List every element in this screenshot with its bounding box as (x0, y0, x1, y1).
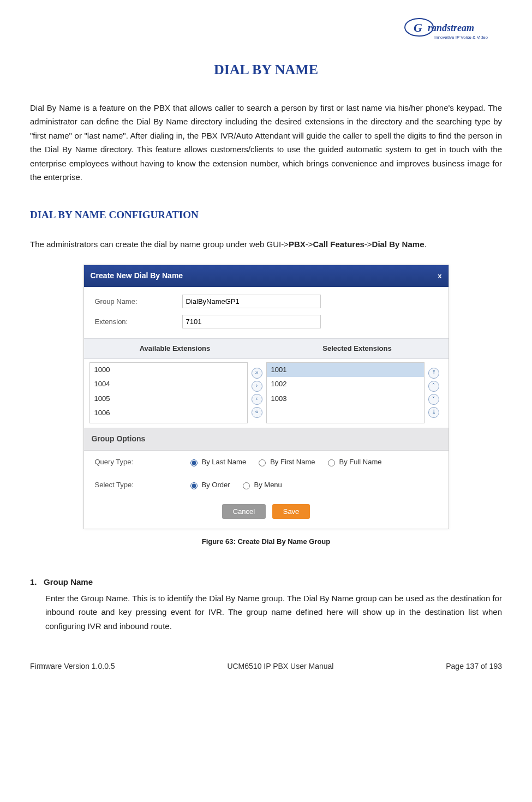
group-options-header: Group Options (84, 428, 449, 451)
available-extensions-list[interactable]: 1000 1004 1005 1006 (89, 362, 248, 423)
selected-ext-header: Selected Extensions (266, 339, 449, 358)
close-icon[interactable]: x (438, 270, 441, 282)
dialog-title-bar: Create New Dial By Name x (84, 265, 449, 287)
svg-text:Innovative IP Voice & Video: Innovative IP Voice & Video (434, 35, 488, 40)
footer-manual-title: UCM6510 IP PBX User Manual (227, 660, 333, 673)
svg-text:randstream: randstream (428, 22, 474, 33)
list-item[interactable]: 1004 (90, 377, 247, 391)
dialog-create-dial-by-name: Create New Dial By Name x Group Name: Ex… (83, 265, 449, 529)
list-item[interactable]: 1006 (90, 406, 247, 420)
page-footer: Firmware Version 1.0.0.5 UCM6510 IP PBX … (30, 660, 502, 673)
brand-logo: G randstream Innovative IP Voice & Video (30, 16, 502, 47)
intro-paragraph: Dial By Name is a feature on the PBX tha… (30, 101, 502, 184)
move-left-icon[interactable]: ‹ (252, 394, 262, 405)
order-buttons-right: ⤒ ˄ ˅ ⤓ (425, 362, 443, 418)
list-item[interactable]: 1001 (267, 363, 424, 377)
cancel-button[interactable]: Cancel (222, 504, 266, 519)
svg-text:G: G (414, 21, 422, 34)
step-title: Group Name (44, 577, 93, 586)
figure-caption: Figure 63: Create Dial By Name Group (30, 536, 502, 548)
extension-input[interactable] (182, 315, 321, 328)
page-title: DIAL BY NAME (30, 58, 502, 82)
selected-extensions-list[interactable]: 1001 1002 1003 (266, 362, 425, 423)
move-top-icon[interactable]: ⤒ (428, 368, 439, 379)
available-ext-header: Available Extensions (84, 339, 266, 358)
group-name-label: Group Name: (95, 296, 182, 308)
radio-by-first-name[interactable]: By First Name (256, 456, 315, 468)
move-right-icon[interactable]: › (252, 381, 262, 392)
config-path-text: The administrators can create the dial b… (30, 237, 502, 252)
move-up-icon[interactable]: ˄ (428, 381, 439, 392)
dialog-title-text: Create New Dial By Name (91, 270, 183, 283)
step-1: 1. Group Name Enter the Group Name. This… (30, 575, 502, 633)
radio-by-full-name[interactable]: By Full Name (325, 456, 382, 468)
footer-version: Firmware Version 1.0.0.5 (30, 660, 115, 673)
radio-by-last-name[interactable]: By Last Name (188, 456, 247, 468)
select-type-label: Select Type: (95, 479, 188, 491)
transfer-buttons-left: » › ‹ « (248, 362, 266, 418)
figure-dialog: Create New Dial By Name x Group Name: Ex… (30, 265, 502, 529)
list-item[interactable]: 1000 (90, 363, 247, 377)
group-name-input[interactable] (182, 295, 321, 308)
step-body: Enter the Group Name. This is to identif… (45, 591, 502, 633)
radio-by-order[interactable]: By Order (188, 479, 230, 491)
query-type-label: Query Type: (95, 456, 188, 468)
list-item[interactable]: 1005 (90, 392, 247, 406)
list-item[interactable]: 1003 (267, 392, 424, 406)
section-title-config: DIAL BY NAME CONFIGURATION (30, 206, 502, 224)
move-bottom-icon[interactable]: ⤓ (428, 407, 439, 418)
step-number: 1. (30, 577, 37, 586)
move-all-left-icon[interactable]: « (252, 407, 262, 418)
move-all-right-icon[interactable]: » (252, 368, 262, 379)
radio-by-menu[interactable]: By Menu (240, 479, 282, 491)
extension-label: Extension: (95, 316, 182, 328)
footer-page-number: Page 137 of 193 (446, 660, 502, 673)
list-item[interactable]: 1002 (267, 377, 424, 391)
save-button[interactable]: Save (272, 504, 310, 519)
move-down-icon[interactable]: ˅ (428, 394, 439, 405)
